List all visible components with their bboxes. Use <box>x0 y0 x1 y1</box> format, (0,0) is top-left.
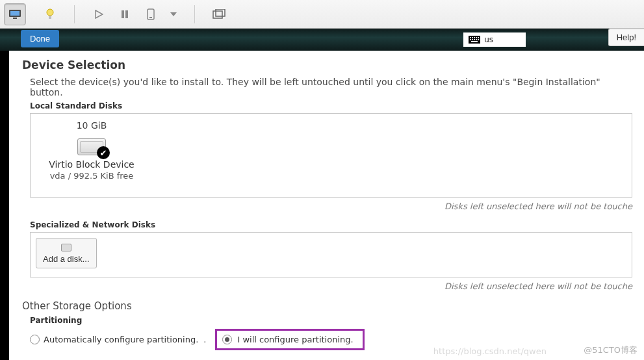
radio-manual-partition[interactable] <box>222 335 232 344</box>
svg-point-3 <box>47 9 53 16</box>
svg-rect-6 <box>122 10 124 18</box>
svg-rect-10 <box>213 11 222 18</box>
dot: . <box>203 335 206 344</box>
svg-rect-9 <box>149 17 152 18</box>
add-disk-button[interactable]: Add a disk... <box>36 238 97 268</box>
partitioning-label: Partitioning <box>30 316 632 325</box>
keyboard-layout-label: us <box>484 35 493 44</box>
local-disks-label: Local Standard Disks <box>30 101 632 110</box>
svg-rect-15 <box>474 37 475 38</box>
svg-rect-23 <box>471 41 478 42</box>
local-disks-box: 10 GiB ✔ Virtio Block Device vda / 992.5… <box>30 113 632 198</box>
svg-rect-17 <box>478 37 479 38</box>
svg-rect-20 <box>474 39 475 40</box>
hdd-small-icon <box>61 244 71 251</box>
disk-free: vda / 992.5 KiB free <box>40 171 144 181</box>
svg-marker-5 <box>96 10 103 18</box>
svg-rect-14 <box>472 37 473 38</box>
svg-rect-7 <box>125 10 128 18</box>
add-disk-label: Add a disk... <box>43 254 90 264</box>
snapshot-dropdown[interactable] <box>166 3 181 25</box>
svg-rect-4 <box>49 16 51 19</box>
svg-rect-1 <box>10 11 19 16</box>
radio-auto-label: Automatically configure partitioning. <box>44 335 198 344</box>
keyboard-icon <box>469 36 480 44</box>
radio-auto-partition[interactable] <box>30 335 40 344</box>
disk-size: 10 GiB <box>40 120 144 131</box>
svg-rect-22 <box>478 39 479 40</box>
svg-rect-13 <box>470 37 471 38</box>
watermark-csdn: https://blog.csdn.net/qwen <box>433 346 547 356</box>
done-button[interactable]: Done <box>21 30 59 47</box>
main-content: Device Selection Select the device(s) yo… <box>0 51 644 360</box>
fullscreen-button[interactable] <box>208 3 230 25</box>
network-disks-box: Add a disk... <box>30 232 632 277</box>
check-icon: ✔ <box>97 146 110 159</box>
network-disks-label: Specialized & Network Disks <box>30 220 632 229</box>
manual-partition-highlight: I will configure partitioning. <box>215 329 364 350</box>
svg-rect-16 <box>476 37 477 38</box>
pause-button[interactable] <box>114 3 136 25</box>
radio-manual-label: I will configure partitioning. <box>237 335 353 344</box>
help-button[interactable]: Help! <box>608 29 644 46</box>
disk-item[interactable]: 10 GiB ✔ Virtio Block Device vda / 992.5… <box>40 120 144 181</box>
monitor-button[interactable] <box>4 3 26 25</box>
other-storage-title: Other Storage Options <box>22 300 632 312</box>
hdd-icon: ✔ <box>77 135 106 155</box>
installer-header: Done us <box>0 29 644 51</box>
network-disk-hint: Disks left unselected here will not be t… <box>30 281 632 291</box>
vm-toolbar <box>0 0 644 29</box>
keyboard-layout-indicator[interactable]: us <box>463 32 526 47</box>
svg-rect-11 <box>216 9 225 16</box>
svg-rect-2 <box>13 18 17 19</box>
play-button[interactable] <box>88 3 110 25</box>
chevron-down-icon <box>170 12 177 16</box>
disk-name: Virtio Block Device <box>40 159 144 170</box>
svg-rect-21 <box>476 39 477 40</box>
snapshot-button[interactable] <box>140 3 162 25</box>
bulb-button[interactable] <box>39 3 61 25</box>
device-selection-title: Device Selection <box>22 58 632 71</box>
svg-rect-18 <box>470 39 471 40</box>
watermark-51cto: @51CTO博客 <box>584 344 638 356</box>
svg-rect-19 <box>472 39 473 40</box>
local-disk-hint: Disks left unselected here will not be t… <box>30 201 632 211</box>
device-selection-description: Select the device(s) you'd like to insta… <box>30 77 632 97</box>
